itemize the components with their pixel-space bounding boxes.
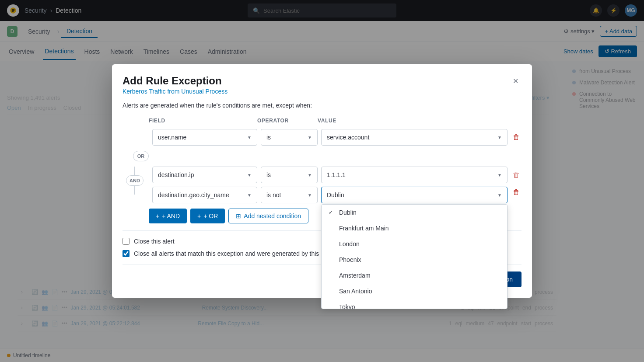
dropdown-item-amsterdam[interactable]: Amsterdam bbox=[322, 268, 507, 283]
chevron-down-icon: ▼ bbox=[247, 135, 252, 140]
chevron-down-icon: ▼ bbox=[247, 173, 252, 178]
value-select-3-wrapper: Dublin ▼ ✓ Dublin Frankfurt am Main bbox=[321, 187, 508, 203]
chevron-down-icon: ▼ bbox=[497, 173, 502, 178]
conditions-area: Field Operator Value user.name ▼ is ▼ bbox=[122, 118, 522, 223]
operator-select-1[interactable]: is ▼ bbox=[261, 129, 318, 146]
nested-group: AND destination.ip ▼ is bbox=[122, 167, 522, 203]
column-headers: Field Operator Value bbox=[149, 118, 522, 126]
dropdown-item-san-antonio[interactable]: San Antonio bbox=[322, 283, 507, 299]
chevron-down-icon: ▼ bbox=[497, 193, 502, 198]
value-header: Value bbox=[318, 118, 522, 124]
modal-title-group: Add Rule Exception Kerberos Traffic from… bbox=[122, 75, 228, 95]
modal-description: Alerts are generated when the rule's con… bbox=[122, 102, 522, 109]
connector-line-bottom bbox=[134, 186, 135, 195]
field-select-2[interactable]: destination.ip ▼ bbox=[152, 167, 257, 183]
delete-row-3-button[interactable]: 🗑 bbox=[511, 187, 522, 198]
or-connector: OR bbox=[122, 149, 522, 163]
field-header: Field bbox=[149, 118, 254, 124]
close-all-checkbox[interactable] bbox=[122, 250, 130, 257]
operator-select-2[interactable]: is ▼ bbox=[261, 167, 318, 183]
add-or-button[interactable]: + + OR bbox=[190, 209, 225, 223]
chevron-down-icon: ▼ bbox=[308, 173, 312, 178]
chevron-down-icon: ▼ bbox=[308, 135, 312, 140]
connector-line-top bbox=[134, 167, 135, 175]
condition-row-2: destination.ip ▼ is ▼ 1.1.1.1 ▼ bbox=[152, 167, 522, 183]
chevron-down-icon: ▼ bbox=[497, 135, 502, 140]
value-select-3[interactable]: Dublin ▼ bbox=[321, 187, 508, 203]
dropdown-item-dublin[interactable]: ✓ Dublin bbox=[322, 205, 507, 220]
modal-header: Add Rule Exception Kerberos Traffic from… bbox=[122, 75, 522, 95]
condition-row-1: user.name ▼ is ▼ service.account ▼ 🗑 bbox=[122, 129, 522, 146]
delete-row-1-button[interactable]: 🗑 bbox=[511, 132, 522, 143]
chevron-down-icon: ▼ bbox=[308, 193, 312, 198]
add-rule-exception-modal: Add Rule Exception Kerberos Traffic from… bbox=[112, 64, 532, 298]
add-and-button[interactable]: + + AND bbox=[149, 209, 187, 223]
modal-subtitle: Kerberos Traffic from Unusual Process bbox=[122, 88, 228, 95]
operator-select-3[interactable]: is not ▼ bbox=[261, 187, 318, 203]
close-alert-checkbox[interactable] bbox=[122, 238, 130, 245]
modal-close-button[interactable]: ✕ bbox=[509, 75, 522, 87]
plus-icon: + bbox=[197, 212, 201, 219]
modal-title: Add Rule Exception bbox=[122, 75, 228, 87]
dropdown-item-frankfurt[interactable]: Frankfurt am Main bbox=[322, 220, 507, 236]
close-all-label: Close all alerts that match this excepti… bbox=[134, 250, 331, 257]
or-badge: OR bbox=[133, 151, 149, 161]
operator-header: Operator bbox=[257, 118, 314, 124]
chevron-down-icon: ▼ bbox=[247, 193, 252, 198]
value-select-1[interactable]: service.account ▼ bbox=[321, 129, 508, 146]
dropdown-item-london[interactable]: London bbox=[322, 236, 507, 252]
nested-rows: destination.ip ▼ is ▼ 1.1.1.1 ▼ bbox=[152, 167, 522, 203]
value-select-2[interactable]: 1.1.1.1 ▼ bbox=[321, 167, 508, 183]
field-select-1[interactable]: user.name ▼ bbox=[152, 129, 257, 146]
field-select-3[interactable]: destination.geo.city_name ▼ bbox=[152, 187, 257, 203]
city-dropdown: ✓ Dublin Frankfurt am Main London bbox=[321, 204, 508, 309]
and-badge: AND bbox=[126, 175, 144, 186]
dropdown-item-tokyo[interactable]: Tokyo bbox=[322, 299, 507, 309]
dropdown-item-phoenix[interactable]: Phoenix bbox=[322, 252, 507, 268]
add-nested-condition-button[interactable]: ⊞ Add nested condition bbox=[228, 209, 308, 223]
plus-icon: + bbox=[156, 212, 159, 219]
delete-row-2-button[interactable]: 🗑 bbox=[511, 169, 522, 181]
nested-icon: ⊞ bbox=[236, 212, 241, 219]
check-icon: ✓ bbox=[329, 209, 336, 216]
close-alert-label: Close this alert bbox=[134, 238, 175, 245]
condition-row-3: destination.geo.city_name ▼ is not ▼ Dub… bbox=[152, 187, 522, 203]
